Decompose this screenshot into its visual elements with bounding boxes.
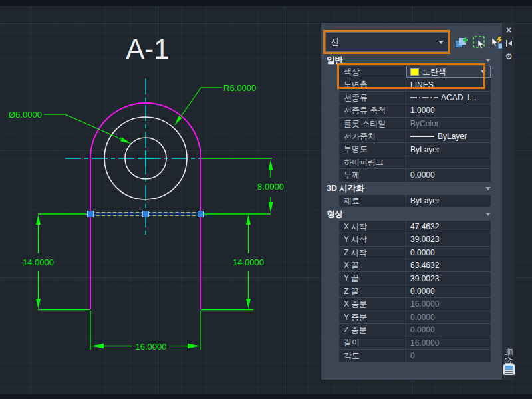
property-label: 재료: [339, 195, 406, 207]
property-label: 도면층: [339, 78, 406, 90]
property-value[interactable]: 0.0000: [406, 169, 491, 181]
property-label: 길이: [339, 336, 406, 348]
palette-title: 특성: [503, 348, 515, 358]
select-objects-icon[interactable]: [471, 35, 487, 50]
grip-start[interactable]: [88, 211, 94, 217]
lineweight-glyph: [410, 136, 434, 137]
object-type-highlight-box: 선: [323, 30, 450, 54]
palette-toolbar: [454, 35, 505, 50]
property-row-linetype-scale: 선종류 축척 1.0000: [339, 104, 491, 117]
property-value[interactable]: ByLayer: [406, 130, 491, 142]
property-value[interactable]: ByLayer: [406, 143, 491, 155]
property-value[interactable]: 0.0000: [406, 285, 491, 297]
property-row-end-z: Z 끝 0.0000: [339, 285, 491, 298]
dim-height-8[interactable]: 8.0000: [257, 182, 284, 192]
chevron-down-icon: [481, 70, 486, 74]
section-title: 3D 시각화: [327, 183, 485, 194]
property-label: 두께: [339, 169, 406, 181]
collapse-icon[interactable]: [485, 59, 491, 62]
gear-icon[interactable]: ⚙: [502, 51, 515, 62]
property-label: 각도: [339, 350, 406, 362]
property-label: 색상: [339, 66, 406, 78]
grip-midpoint[interactable]: [143, 211, 149, 217]
property-row-transparency: 투명도 ByLayer: [339, 143, 491, 156]
property-label: Y 끝: [339, 272, 406, 284]
property-value: 노란색: [422, 66, 446, 78]
property-label: Z 끝: [339, 285, 406, 297]
property-value: 0: [406, 350, 491, 362]
property-row-length: 길이 16.0000: [339, 336, 491, 349]
chevron-down-icon[interactable]: [434, 41, 448, 44]
pickadd-toggle-icon[interactable]: [454, 35, 469, 50]
property-label: 선가중치: [339, 130, 406, 142]
property-row-start-y: Y 시작 39.0023: [339, 233, 491, 246]
property-label: Y 시작: [339, 233, 406, 245]
color-swatch-yellow: [410, 68, 419, 76]
color-value-dropdown[interactable]: 노란색: [406, 66, 491, 78]
property-row-material: 재료 ByLayer: [339, 195, 491, 207]
dim-radius-6[interactable]: R6.0000: [223, 83, 256, 93]
property-row-layer: 도면층 LINES: [339, 78, 491, 91]
section-header-3d[interactable]: 3D 시각화: [321, 182, 502, 196]
property-row-color: 색상 노란색: [339, 66, 491, 78]
palette-titlebar: × ⚙ 특성: [502, 22, 515, 380]
property-label: Z 시작: [339, 247, 406, 259]
property-label: 선종류: [339, 92, 406, 104]
property-label: Z 증분: [339, 324, 406, 336]
grip-end[interactable]: [198, 211, 204, 217]
property-value[interactable]: [406, 156, 491, 168]
property-value: 0.0000: [406, 324, 491, 336]
property-row-lineweight: 선가중치 ByLayer: [339, 130, 491, 143]
property-value[interactable]: 63.4632: [406, 259, 491, 271]
close-icon[interactable]: ×: [502, 25, 515, 35]
section-title: 일반: [327, 55, 485, 66]
property-value[interactable]: LINES: [406, 78, 491, 90]
property-label: 플롯 스타일: [339, 118, 406, 130]
drawing-title-text[interactable]: A-1: [126, 33, 169, 65]
dim-diameter-6[interactable]: Ø6.0000: [9, 110, 42, 120]
linetype-glyph: [410, 96, 438, 99]
property-value: 0.0000: [406, 311, 491, 323]
model-space-canvas: A-1 8.0000: [0, 0, 321, 399]
linetype-name: ACAD_I...: [441, 92, 476, 104]
property-row-delta-y: Y 증분 0.0000: [339, 311, 491, 324]
property-label: 투명도: [339, 143, 406, 155]
property-value[interactable]: 39.0023: [406, 233, 491, 245]
properties-palette: 선: [321, 22, 502, 380]
dim-width-16[interactable]: 16.0000: [136, 342, 167, 352]
property-value[interactable]: 39.0023: [406, 272, 491, 284]
property-row-end-x: X 끝 63.4632: [339, 259, 491, 272]
property-row-end-y: Y 끝 39.0023: [339, 272, 491, 285]
bottom-edge: [0, 394, 532, 399]
property-row-delta-z: Z 증분 0.0000: [339, 324, 491, 336]
property-row-start-z: Z 시작 0.0000: [339, 247, 491, 259]
property-label: Y 증분: [339, 311, 406, 323]
object-type-dropdown[interactable]: 선: [325, 32, 448, 52]
dim-left-14[interactable]: 14.0000: [23, 257, 54, 267]
property-value[interactable]: ByLayer: [406, 195, 491, 207]
autocad-window: A-1 8.0000: [0, 0, 532, 399]
property-row-linetype: 선종류 ACAD_I...: [339, 92, 491, 104]
dim-right-14[interactable]: 14.0000: [233, 257, 264, 267]
autohide-pin-icon[interactable]: [502, 38, 515, 49]
property-value[interactable]: 47.4632: [406, 221, 491, 233]
property-label: 하이퍼링크: [339, 156, 406, 168]
property-value[interactable]: 0.0000: [406, 247, 491, 259]
property-row-thickness: 두께 0.0000: [339, 169, 491, 182]
collapse-icon[interactable]: [485, 187, 491, 190]
property-value[interactable]: ACAD_I...: [406, 92, 491, 104]
section-header-general[interactable]: 일반: [321, 55, 502, 66]
property-label: X 시작: [339, 221, 406, 233]
section-title: 형상: [327, 209, 485, 220]
properties-monitor-icon[interactable]: [503, 364, 515, 375]
property-value: 16.0000: [406, 298, 491, 310]
property-row-angle: 각도 0: [339, 350, 491, 362]
property-label: X 끝: [339, 259, 406, 271]
property-rows: 일반 색상 노란색 도면층 LINES 선종류: [321, 55, 502, 362]
object-type-value: 선: [326, 36, 434, 48]
section-header-geometry[interactable]: 형상: [321, 207, 502, 221]
property-value: ByColor: [406, 118, 491, 130]
property-row-plotstyle: 플롯 스타일 ByColor: [339, 118, 491, 130]
collapse-icon[interactable]: [485, 213, 491, 216]
property-value[interactable]: 1.0000: [406, 104, 491, 116]
